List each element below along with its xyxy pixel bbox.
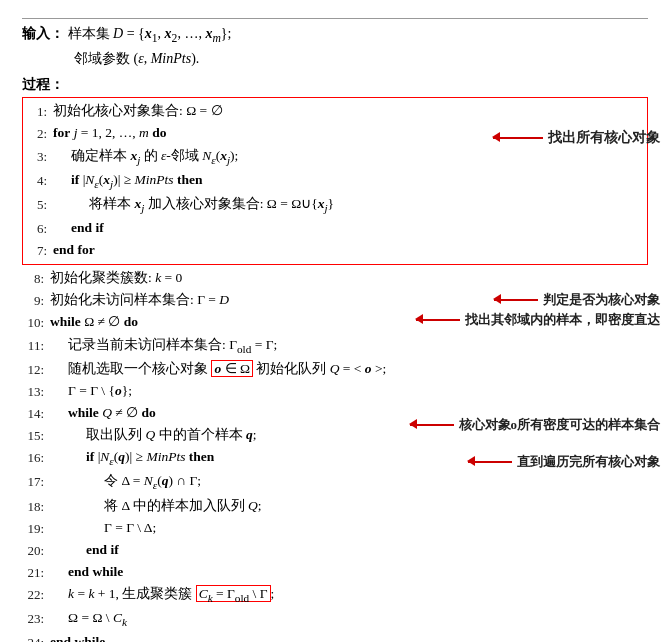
algo-line-11: 11: 记录当前未访问样本集合: Γold = Γ; bbox=[22, 335, 648, 358]
algo-line-18: 18: 将 Δ 中的样本加入队列 Q; bbox=[22, 496, 648, 517]
annotation-find-core: 找出所有核心对象 bbox=[493, 128, 660, 149]
algo-line-8: 8: 初始化聚类簇数: k = 0 bbox=[22, 268, 648, 289]
line-num-18: 18: bbox=[22, 496, 50, 517]
algo-line-1: 1: 初始化核心对象集合: Ω = ∅ bbox=[25, 101, 641, 122]
annotation-judge-core-text: 判定是否为核心对象 bbox=[543, 290, 660, 310]
line-content-11: 记录当前未访问样本集合: Γold = Γ; bbox=[50, 335, 648, 358]
line-content-3: 确定样本 xj 的 ε-邻域 Nε(xj); bbox=[53, 146, 641, 169]
line-num-19: 19: bbox=[22, 518, 50, 539]
annotation-judge-core: 判定是否为核心对象 bbox=[494, 290, 660, 310]
line-num-4: 4: bbox=[25, 170, 53, 191]
line-content-20: end if bbox=[50, 540, 648, 561]
line-content-4: if |Nε(xj)| ≥ MinPts then bbox=[53, 170, 641, 193]
algo-line-6: 6: end if bbox=[25, 218, 641, 239]
line-num-21: 21: bbox=[22, 562, 50, 583]
line-content-23: Ω = Ω \ Ck bbox=[50, 608, 648, 631]
input-line2: 邻域参数 (ε, MinPts). bbox=[74, 51, 199, 66]
algo-line-22: 22: k = k + 1, 生成聚类簇 Ck = Γold \ Γ; bbox=[22, 584, 648, 607]
input-line1: 样本集 D = {x1, x2, …, xm}; bbox=[68, 26, 232, 41]
line-num-6: 6: bbox=[25, 218, 53, 239]
line-num-17: 17: bbox=[22, 471, 50, 492]
annotation-density-reachable-text: 核心对象o所有密度可达的样本集合 bbox=[459, 415, 661, 435]
line-num-22: 22: bbox=[22, 584, 50, 605]
line-num-23: 23: bbox=[22, 608, 50, 629]
annotation-density-reach-text: 找出其邻域内的样本，即密度直达 bbox=[465, 310, 660, 330]
line-content-24: end while bbox=[50, 632, 648, 642]
annotation-traverse-all: 直到遍历完所有核心对象 bbox=[468, 452, 660, 472]
algo-line-24: 24: end while bbox=[22, 632, 648, 642]
line-content-6: end if bbox=[53, 218, 641, 239]
algo-line-21: 21: end while bbox=[22, 562, 648, 583]
algo-line-5: 5: 将样本 xj 加入核心对象集合: Ω = Ω∪{xj} bbox=[25, 194, 641, 217]
line-content-8: 初始化聚类簇数: k = 0 bbox=[50, 268, 648, 289]
line-num-11: 11: bbox=[22, 335, 50, 356]
algo-line-7: 7: end for bbox=[25, 240, 641, 261]
line-num-24: 24: bbox=[22, 632, 50, 642]
process-label: 过程： bbox=[22, 74, 648, 96]
annotation-traverse-all-text: 直到遍历完所有核心对象 bbox=[517, 452, 660, 472]
line-content-22: k = k + 1, 生成聚类簇 Ck = Γold \ Γ; bbox=[50, 584, 648, 607]
line-num-9: 9: bbox=[22, 290, 50, 311]
line-content-13: Γ = Γ \ {o}; bbox=[50, 381, 648, 402]
line-num-7: 7: bbox=[25, 240, 53, 261]
line-content-7: end for bbox=[53, 240, 641, 261]
algo-line-23: 23: Ω = Ω \ Ck bbox=[22, 608, 648, 631]
line-num-1: 1: bbox=[25, 101, 53, 122]
line-num-14: 14: bbox=[22, 403, 50, 424]
line-num-5: 5: bbox=[25, 194, 53, 215]
line-content-12: 随机选取一个核心对象 o ∈ Ω 初始化队列 Q = < o >; bbox=[50, 359, 648, 380]
line-num-15: 15: bbox=[22, 425, 50, 446]
algo-line-17: 17: 令 Δ = Nε(q) ∩ Γ; bbox=[22, 471, 648, 494]
line-num-3: 3: bbox=[25, 146, 53, 167]
input-label: 输入： bbox=[22, 26, 64, 41]
line-content-19: Γ = Γ \ Δ; bbox=[50, 518, 648, 539]
line-num-13: 13: bbox=[22, 381, 50, 402]
algo-line-19: 19: Γ = Γ \ Δ; bbox=[22, 518, 648, 539]
algo-line-3: 3: 确定样本 xj 的 ε-邻域 Nε(xj); bbox=[25, 146, 641, 169]
line-content-5: 将样本 xj 加入核心对象集合: Ω = Ω∪{xj} bbox=[53, 194, 641, 217]
algo-line-13: 13: Γ = Γ \ {o}; bbox=[22, 381, 648, 402]
line-num-12: 12: bbox=[22, 359, 50, 380]
process-section: 过程： 1: 初始化核心对象集合: Ω = ∅ 2: for j = 1, 2,… bbox=[22, 74, 648, 642]
line-content-1: 初始化核心对象集合: Ω = ∅ bbox=[53, 101, 641, 122]
line-num-2: 2: bbox=[25, 123, 53, 144]
algo-line-4: 4: if |Nε(xj)| ≥ MinPts then bbox=[25, 170, 641, 193]
input-section: 输入： 样本集 D = {x1, x2, …, xm}; 邻域参数 (ε, Mi… bbox=[22, 18, 648, 70]
algo-line-20: 20: end if bbox=[22, 540, 648, 561]
annotation-density-reach: 找出其邻域内的样本，即密度直达 bbox=[416, 310, 660, 330]
algorithm-container: 输入： 样本集 D = {x1, x2, …, xm}; 邻域参数 (ε, Mi… bbox=[0, 0, 670, 642]
line-num-16: 16: bbox=[22, 447, 50, 468]
annotation-find-core-text: 找出所有核心对象 bbox=[548, 128, 660, 149]
line-content-21: end while bbox=[50, 562, 648, 583]
annotation-density-reachable: 核心对象o所有密度可达的样本集合 bbox=[410, 415, 661, 435]
algo-line-12: 12: 随机选取一个核心对象 o ∈ Ω 初始化队列 Q = < o >; bbox=[22, 359, 648, 380]
line-content-18: 将 Δ 中的样本加入队列 Q; bbox=[50, 496, 648, 517]
line-content-17: 令 Δ = Nε(q) ∩ Γ; bbox=[50, 471, 648, 494]
line-num-10: 10: bbox=[22, 312, 50, 333]
line-num-20: 20: bbox=[22, 540, 50, 561]
line-num-8: 8: bbox=[22, 268, 50, 289]
